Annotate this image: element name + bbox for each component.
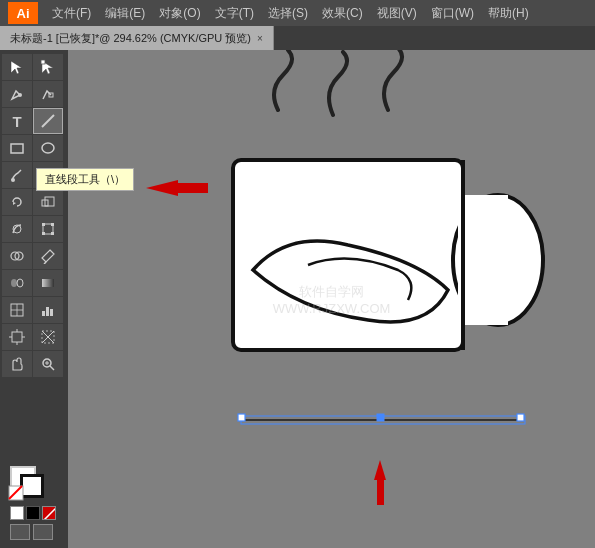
svg-point-7: [42, 143, 54, 153]
menu-file[interactable]: 文件(F): [46, 3, 97, 24]
selection-tool[interactable]: [2, 54, 32, 80]
color-controls: [2, 462, 66, 544]
document-tab[interactable]: 未标题-1 [已恢复]*@ 294.62% (CMYK/GPU 预览) ×: [0, 26, 274, 50]
svg-point-8: [11, 178, 15, 182]
svg-rect-15: [42, 223, 45, 226]
svg-rect-55: [377, 414, 384, 421]
tab-close-button[interactable]: ×: [257, 33, 263, 44]
normal-screen-btn[interactable]: [10, 524, 30, 540]
gradient-tool[interactable]: [33, 270, 63, 296]
title-bar: Ai 文件(F) 编辑(E) 对象(O) 文字(T) 选择(S) 效果(C) 视…: [0, 0, 595, 26]
chart-tool[interactable]: [33, 297, 63, 323]
tool-row-2: [2, 81, 66, 107]
pen-tool[interactable]: [2, 81, 32, 107]
svg-rect-28: [42, 311, 45, 316]
svg-rect-17: [42, 232, 45, 235]
menu-edit[interactable]: 编辑(E): [99, 3, 151, 24]
svg-rect-6: [11, 144, 23, 153]
svg-rect-2: [41, 60, 45, 64]
svg-marker-10: [13, 202, 16, 205]
svg-rect-31: [12, 332, 22, 342]
slice-tool[interactable]: [33, 324, 63, 350]
warp-tool[interactable]: [2, 216, 32, 242]
artboard-tool[interactable]: [2, 324, 32, 350]
tool-row-1: [2, 54, 66, 80]
rectangle-tool[interactable]: [2, 135, 32, 161]
menu-help[interactable]: 帮助(H): [482, 3, 535, 24]
svg-rect-59: [178, 183, 208, 193]
tool-row-5: [2, 162, 66, 188]
pencil-tool[interactable]: [33, 162, 63, 188]
line-segment-tool[interactable]: [33, 108, 63, 134]
tab-bar: 未标题-1 [已恢复]*@ 294.62% (CMYK/GPU 预览) ×: [0, 26, 595, 50]
drawing-canvas[interactable]: [68, 50, 595, 548]
menu-select[interactable]: 选择(S): [262, 3, 314, 24]
svg-rect-29: [46, 307, 49, 316]
shape-builder-tool[interactable]: [2, 243, 32, 269]
anchor-point-tool[interactable]: [33, 81, 63, 107]
color-mode-btn[interactable]: [42, 506, 56, 520]
rotate-tool[interactable]: [2, 189, 32, 215]
tool-row-9: [2, 270, 66, 296]
fill-stroke-indicator[interactable]: [10, 466, 52, 502]
none-indicator: [8, 485, 26, 506]
hand-tool[interactable]: [2, 351, 32, 377]
app-logo: Ai: [8, 2, 38, 24]
direct-selection-tool[interactable]: [33, 54, 63, 80]
free-transform-tool[interactable]: [33, 216, 63, 242]
svg-rect-54: [517, 414, 524, 421]
svg-rect-49: [458, 195, 508, 325]
menu-effect[interactable]: 效果(C): [316, 3, 369, 24]
full-screen-btn[interactable]: [33, 524, 53, 540]
menu-type[interactable]: 文字(T): [209, 3, 260, 24]
type-tool[interactable]: T: [2, 108, 32, 134]
svg-rect-18: [51, 232, 54, 235]
ellipse-tool[interactable]: [33, 135, 63, 161]
mesh-tool[interactable]: [2, 297, 32, 323]
svg-point-22: [11, 279, 17, 287]
svg-rect-53: [238, 414, 245, 421]
menu-object[interactable]: 对象(O): [153, 3, 206, 24]
svg-point-23: [17, 279, 23, 287]
tool-row-8: [2, 243, 66, 269]
svg-line-21: [44, 262, 46, 264]
svg-rect-57: [377, 480, 384, 505]
screen-mode-buttons: [10, 524, 62, 540]
eyedropper-tool[interactable]: [33, 243, 63, 269]
scale-tool[interactable]: [33, 189, 63, 215]
paintbrush-tool[interactable]: [2, 162, 32, 188]
svg-rect-30: [50, 309, 53, 316]
tool-row-7: [2, 216, 66, 242]
svg-rect-16: [51, 223, 54, 226]
svg-rect-12: [45, 197, 54, 206]
tool-row-6: [2, 189, 66, 215]
tab-label: 未标题-1 [已恢复]*@ 294.62% (CMYK/GPU 预览): [10, 31, 251, 46]
color-mode-buttons: [10, 506, 62, 520]
menu-view[interactable]: 视图(V): [371, 3, 423, 24]
svg-line-38: [50, 366, 54, 370]
canvas-area: 软件自学网 WWW.RJZXW.COM: [68, 50, 595, 548]
svg-point-3: [18, 93, 22, 97]
tool-row-12: [2, 351, 66, 377]
tool-row-10: [2, 297, 66, 323]
tool-row-11: [2, 324, 66, 350]
zoom-tool[interactable]: [33, 351, 63, 377]
default-colors-btn[interactable]: [26, 506, 40, 520]
blend-tool[interactable]: [2, 270, 32, 296]
main-layout: T 直线段工具（\）: [0, 50, 595, 548]
menu-window[interactable]: 窗口(W): [425, 3, 480, 24]
svg-rect-24: [42, 279, 54, 287]
swap-colors-btn[interactable]: [10, 506, 24, 520]
tool-row-4: [2, 135, 66, 161]
tool-row-3: T: [2, 108, 66, 134]
svg-marker-0: [11, 61, 22, 74]
svg-line-5: [42, 115, 54, 127]
menu-bar[interactable]: 文件(F) 编辑(E) 对象(O) 文字(T) 选择(S) 效果(C) 视图(V…: [46, 3, 535, 24]
toolbar: T 直线段工具（\）: [0, 50, 68, 548]
